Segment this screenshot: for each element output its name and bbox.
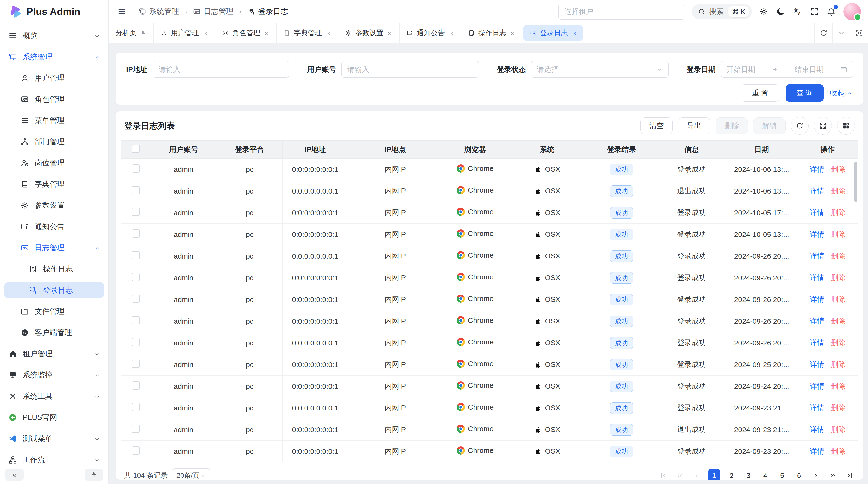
ip-address-field[interactable]	[153, 61, 289, 77]
detail-link[interactable]: 详情	[810, 447, 824, 455]
sidebar-item-workflow[interactable]: 工作流	[4, 452, 104, 465]
detail-link[interactable]: 详情	[810, 273, 824, 282]
close-icon[interactable]	[202, 29, 208, 37]
pin-icon[interactable]	[140, 29, 147, 37]
delete-link[interactable]: 删除	[831, 338, 845, 347]
sidebar-item-operation-log[interactable]: 操作日志	[4, 261, 104, 277]
page-first-button[interactable]	[658, 469, 669, 480]
detail-link[interactable]: 详情	[810, 382, 824, 390]
detail-link[interactable]: 详情	[810, 187, 824, 195]
close-icon[interactable]	[387, 29, 393, 37]
delete-link[interactable]: 删除	[831, 165, 845, 173]
row-checkbox[interactable]	[132, 338, 140, 346]
detail-link[interactable]: 详情	[810, 165, 824, 173]
collapse-filter-link[interactable]: 收起	[830, 88, 853, 98]
sidebar-item-dept-management[interactable]: 部门管理	[4, 134, 104, 150]
page-prev-button[interactable]	[691, 469, 702, 480]
notifications-bell-icon[interactable]	[827, 7, 836, 17]
account-field[interactable]	[341, 61, 479, 77]
translate-icon[interactable]: 文A	[793, 7, 802, 17]
detail-link[interactable]: 详情	[810, 317, 824, 325]
delete-link[interactable]: 删除	[831, 382, 845, 390]
row-checkbox[interactable]	[132, 425, 140, 433]
row-checkbox[interactable]	[132, 186, 140, 194]
sidebar-item-file-management[interactable]: 文件管理	[4, 304, 104, 319]
sidebar-item-tenant-management[interactable]: 租户管理	[4, 346, 104, 361]
page-number-4[interactable]: 4	[760, 469, 771, 480]
close-icon[interactable]	[510, 29, 516, 37]
sidebar-pin-button[interactable]	[85, 469, 103, 481]
tab-param-settings[interactable]: 参数设置	[338, 23, 400, 43]
close-icon[interactable]	[571, 29, 577, 37]
delete-link[interactable]: 删除	[831, 295, 845, 303]
sidebar-item-notice[interactable]: 通知公告	[4, 219, 104, 234]
tab-login-log[interactable]: 登录日志	[523, 23, 584, 43]
close-icon[interactable]	[325, 29, 331, 37]
sidebar-item-test-menu[interactable]: 测试菜单	[4, 431, 104, 446]
page-last-button[interactable]	[844, 469, 855, 480]
unlock-button[interactable]: 解锁	[753, 118, 785, 134]
ip-address-input[interactable]	[158, 65, 283, 74]
page-number-1[interactable]: 1	[708, 469, 720, 480]
sidebar-item-plus-website[interactable]: PLUS官网	[4, 410, 104, 425]
page-next-button[interactable]	[811, 469, 821, 480]
row-checkbox[interactable]	[132, 446, 140, 455]
sidebar-item-overview[interactable]: 概览	[4, 28, 104, 43]
delete-link[interactable]: 删除	[831, 273, 845, 282]
delete-link[interactable]: 删除	[831, 187, 845, 195]
sidebar-item-param-settings[interactable]: 参数设置	[4, 198, 104, 213]
detail-link[interactable]: 详情	[810, 404, 824, 412]
detail-link[interactable]: 详情	[810, 208, 824, 217]
row-checkbox[interactable]	[132, 251, 140, 259]
sidebar-item-user-management[interactable]: 用户管理	[4, 70, 104, 86]
detail-link[interactable]: 详情	[810, 338, 824, 347]
page-prev-group-button[interactable]	[675, 469, 685, 480]
tab-operation-log[interactable]: 操作日志	[461, 23, 523, 43]
detail-link[interactable]: 详情	[810, 295, 824, 303]
tabs-refresh-icon[interactable]	[814, 23, 832, 43]
login-status-select[interactable]: 请选择	[531, 61, 669, 77]
row-checkbox[interactable]	[132, 229, 140, 238]
detail-link[interactable]: 详情	[810, 360, 824, 368]
page-size-select[interactable]: 20条/页	[173, 468, 210, 480]
page-next-group-button[interactable]	[828, 469, 838, 480]
breadcrumb-item[interactable]: 系统管理	[138, 6, 179, 17]
reset-button[interactable]: 重 置	[741, 84, 779, 102]
page-number-5[interactable]: 5	[777, 469, 787, 480]
clear-button[interactable]: 清空	[641, 118, 673, 134]
delete-link[interactable]: 删除	[831, 447, 845, 455]
row-checkbox[interactable]	[132, 360, 140, 368]
sidebar-item-menu-management[interactable]: 菜单管理	[4, 113, 104, 128]
page-number-6[interactable]: 6	[794, 469, 804, 480]
sidebar-item-role-management[interactable]: 角色管理	[4, 92, 104, 107]
tabs-chevron-down-icon[interactable]	[832, 23, 850, 43]
detail-link[interactable]: 详情	[810, 425, 824, 433]
sidebar-item-system-monitor[interactable]: 系统监控	[4, 367, 104, 383]
hamburger-menu-icon[interactable]	[116, 7, 128, 16]
row-checkbox[interactable]	[132, 403, 140, 411]
page-number-2[interactable]: 2	[726, 469, 737, 480]
sidebar-item-dict-management[interactable]: 字典管理	[4, 176, 104, 192]
delete-link[interactable]: 删除	[831, 317, 845, 325]
sidebar-item-login-log[interactable]: 登录日志	[4, 283, 104, 298]
search-button[interactable]: 查 询	[785, 84, 824, 102]
global-search[interactable]: 搜索 ⌘ K	[692, 4, 752, 19]
detail-link[interactable]: 详情	[810, 252, 824, 260]
table-refresh-icon[interactable]	[791, 117, 809, 135]
table-columns-icon[interactable]	[837, 117, 855, 135]
tabs-content-fullscreen-icon[interactable]	[850, 23, 868, 43]
sidebar-item-post-management[interactable]: 岗位管理	[4, 155, 104, 171]
tenant-select[interactable]	[558, 4, 685, 20]
breadcrumb-item[interactable]: DEV日志管理	[193, 6, 234, 17]
sidebar-item-system-management[interactable]: 系统管理	[4, 49, 104, 65]
row-checkbox[interactable]	[132, 381, 140, 389]
login-date-range[interactable]: 开始日期 结束日期	[721, 61, 853, 77]
sidebar-item-client-management[interactable]: 客户端管理	[4, 325, 104, 340]
breadcrumb-item[interactable]: 登录日志	[247, 6, 288, 17]
tab-dict-management[interactable]: 字典管理	[277, 23, 338, 43]
row-checkbox[interactable]	[132, 295, 140, 303]
user-avatar[interactable]	[843, 3, 861, 20]
page-number-3[interactable]: 3	[743, 469, 754, 480]
close-icon[interactable]	[264, 29, 270, 37]
detail-link[interactable]: 详情	[810, 230, 824, 238]
